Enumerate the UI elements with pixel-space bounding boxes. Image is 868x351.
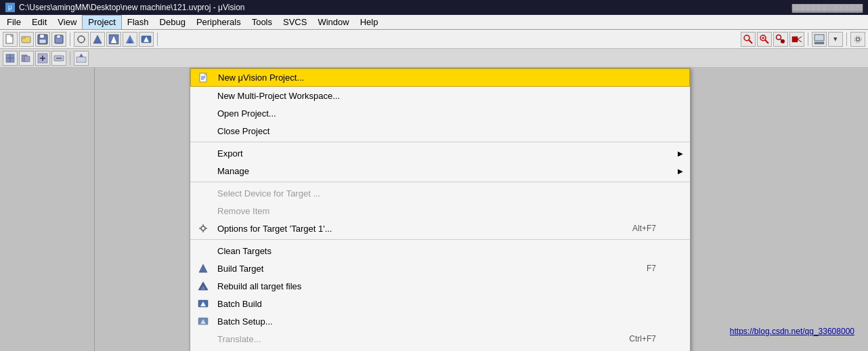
menu-flash[interactable]: Flash [122,15,154,30]
menu-debug[interactable]: Debug [154,15,191,30]
menu-svcs[interactable]: SVCS [278,15,312,30]
menu-tools[interactable]: Tools [246,15,278,30]
title-bar: μ C:\Users\amingMM\Desktop\new machine\1… [0,0,868,15]
menu-options-target[interactable]: Options for Target 'Target 1'... Alt+F7 [190,220,690,237]
tb2-btn3[interactable] [35,51,50,66]
svg-line-30 [798,37,802,39]
center-area: New μVision Project... New Multi-Project… [95,68,868,351]
menu-new-uvision-project[interactable]: New μVision Project... [190,68,690,87]
menu-clean-targets[interactable]: Clean Targets [190,242,690,260]
menu-manage[interactable]: Manage [190,162,690,180]
find-btn2[interactable] [757,32,772,47]
svg-point-54 [201,226,205,230]
new-project-icon [196,70,211,85]
svg-rect-29 [792,37,798,42]
menu-help[interactable]: Help [355,15,384,30]
view-btn1[interactable] [812,32,827,47]
tb2-snap-btn[interactable] [74,51,89,66]
menu-batch-build[interactable]: Batch Build [190,295,690,312]
menu-sep-2 [190,182,690,182]
batch-setup-icon [196,314,211,329]
build-target-icon [196,261,211,276]
menu-rebuild-all[interactable]: Rebuild all target files [190,277,690,295]
right-toolbar: ▾ [741,32,865,47]
open-file-button[interactable] [19,32,34,47]
menu-close-project[interactable]: Close Project [190,122,690,140]
svg-point-21 [744,35,750,41]
menu-view[interactable]: View [52,15,82,30]
project-dropdown-menu: New μVision Project... New Multi-Project… [190,68,691,351]
build-btn-a[interactable] [90,32,105,47]
rebuild-all-icon [196,278,211,293]
menu-sep-1 [190,142,690,142]
close-project-label: Close Project [217,126,269,136]
svg-marker-14 [93,35,102,43]
right-sep-1 [808,33,808,46]
menu-window[interactable]: Window [312,15,354,30]
remove-item-label: Remove Item [217,206,269,216]
save-all-button[interactable] [51,32,66,47]
svg-rect-6 [39,39,46,43]
menu-peripherals[interactable]: Peripherals [191,15,246,30]
svg-point-24 [762,37,764,39]
toolbar-2 [0,49,868,68]
app-icon: μ [5,3,15,12]
save-button[interactable] [35,32,50,47]
find-btn3[interactable] [773,32,788,47]
svg-rect-8 [57,35,60,38]
svg-point-9 [78,36,85,43]
menu-open-project[interactable]: Open Project... [190,104,690,122]
target-ops-button[interactable] [74,32,89,47]
search-button[interactable] [741,32,756,47]
toolbar-separator-2 [157,33,158,46]
svg-line-25 [765,40,768,43]
watermark-text: https://blog.csdn.net/qq_33608000 [730,327,854,336]
dropdown-arrow-button[interactable]: ▾ [828,32,843,47]
svg-rect-32 [815,35,824,41]
new-uvision-project-label: New μVision Project... [218,73,304,83]
svg-point-28 [781,39,785,43]
new-multi-project-label: New Multi-Project Workspace... [217,91,340,101]
menu-bar: File Edit View Project Flash Debug Perip… [0,15,868,30]
clean-targets-label: Clean Targets [217,246,272,256]
build-btn-c[interactable] [123,32,137,47]
svg-rect-47 [77,57,86,62]
select-device-label: Select Device for Target ... [217,188,320,199]
svg-point-26 [777,35,781,39]
options-target-shortcut: Alt+F7 [632,224,670,233]
build-target-label: Build Target [217,264,263,274]
find-btn4[interactable] [789,32,804,47]
svg-rect-39 [10,58,14,62]
batch-build-icon [196,296,211,311]
toolbar-separator-1 [70,33,70,46]
options-target-label: Options for Target 'Target 1'... [217,224,332,234]
svg-line-31 [798,39,802,42]
tb2-btn4[interactable] [51,51,66,66]
svg-rect-37 [10,54,14,58]
menu-sep-3 [190,239,690,240]
menu-batch-setup[interactable]: Batch Setup... [190,312,690,330]
menu-export[interactable]: Export [190,144,690,162]
batch-build-btn[interactable] [139,32,154,47]
translate-label: Translate... [217,334,261,344]
menu-file[interactable]: File [1,15,26,30]
build-btn-b[interactable] [106,32,121,47]
tb2-btn2[interactable] [19,51,34,66]
manage-label: Manage [217,166,249,176]
svg-point-35 [854,36,861,43]
main-area: New μVision Project... New Multi-Project… [0,68,868,351]
tb2-sep1 [70,51,70,65]
progress-indicator: ▓▓▓▓▓▓▓▓▓▓▓▓▓ [792,3,863,12]
tb2-btn1[interactable] [3,51,18,66]
svg-point-34 [856,37,860,41]
settings-button[interactable] [850,32,865,47]
menu-new-multi-project[interactable]: New Multi-Project Workspace... [190,87,690,104]
menu-project[interactable]: Project [82,15,121,30]
svg-line-22 [749,40,752,43]
menu-build-target[interactable]: Build Target F7 [190,260,690,277]
batch-build-label: Batch Build [217,299,262,309]
new-file-button[interactable] [3,32,18,47]
menu-edit[interactable]: Edit [26,15,52,30]
batch-setup-label: Batch Setup... [217,316,273,327]
menu-remove-item: Remove Item [190,202,690,220]
